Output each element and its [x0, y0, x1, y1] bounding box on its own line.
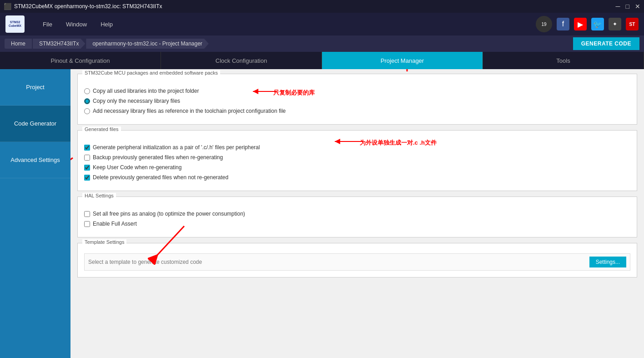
breadcrumb-bar: Home STM32H743IITx openharmony-to-stm32.…	[0, 35, 644, 52]
tab-pinout[interactable]: Pinout & Configuration	[0, 52, 161, 69]
content-area: STM32Cube MCU packages and embedded soft…	[70, 69, 644, 358]
sidebar-item-code-generator[interactable]: Code Generator	[0, 106, 70, 142]
tab-bar: Pinout & Configuration Clock Configurati…	[0, 52, 644, 69]
checkbox-peripheral-init-input[interactable]	[84, 145, 90, 151]
main-layout: Project Code Generator Advanced Settings…	[0, 69, 644, 358]
menu-items: File Window Help	[43, 21, 113, 28]
checkbox-analog-pins-input[interactable]	[84, 211, 90, 217]
hal-settings-panel: HAL Settings Set all free pins as analog…	[77, 197, 637, 237]
settings-button[interactable]: Settings...	[589, 257, 626, 267]
mcu-packages-title: STM32Cube MCU packages and embedded soft…	[82, 70, 220, 76]
menu-bar: STM32 CubeMX File Window Help 19 f ▶ 🐦 ✦…	[0, 13, 644, 35]
title-bar: ⬛ STM32CubeMX openharmony-to-stm32.ioc: …	[0, 0, 644, 13]
mcu-packages-panel: STM32Cube MCU packages and embedded soft…	[77, 74, 637, 125]
svg-line-3	[70, 158, 73, 187]
hal-settings-title: HAL Settings	[82, 193, 116, 198]
mcu-packages-options: Copy all used libraries into the project…	[84, 82, 630, 114]
facebook-icon[interactable]: f	[557, 18, 569, 30]
checkbox-delete-generated-input[interactable]	[84, 175, 90, 181]
template-row: Settings...	[84, 253, 630, 271]
template-settings-panel: Template Settings Settings...	[77, 243, 637, 277]
sidebar: Project Code Generator Advanced Settings	[0, 69, 70, 358]
checkbox-backup-generated-input[interactable]	[84, 155, 90, 161]
checkbox-full-assert-input[interactable]	[84, 221, 90, 227]
checkbox-full-assert[interactable]: Enable Full Assert	[84, 221, 630, 227]
radio-copy-all-input[interactable]	[84, 88, 90, 94]
logo-area: STM32 CubeMX	[5, 15, 25, 33]
tab-project-manager[interactable]: Project Manager	[322, 52, 483, 69]
twitter-icon[interactable]: 🐦	[591, 18, 604, 30]
arrow-code-generator	[70, 156, 75, 192]
radio-copy-all[interactable]: Copy all used libraries into the project…	[84, 88, 630, 94]
title-bar-text: STM32CubeMX openharmony-to-stm32.ioc: ST…	[14, 3, 162, 10]
generate-code-button[interactable]: GENERATE CODE	[573, 37, 639, 50]
tab-clock[interactable]: Clock Configuration	[161, 52, 322, 69]
stm32-logo: STM32 CubeMX	[5, 15, 25, 33]
arrow-project-manager	[393, 69, 421, 74]
youtube-icon[interactable]: ▶	[574, 18, 587, 30]
template-settings-content: Settings...	[84, 248, 630, 271]
menu-file[interactable]: File	[43, 21, 52, 28]
generated-files-panel: Generated files Generate peripheral init…	[77, 130, 637, 191]
generated-files-checkboxes: Generate peripheral initialization as a …	[84, 139, 630, 181]
breadcrumb-home[interactable]: Home	[5, 39, 32, 49]
version-badge: 19	[536, 16, 552, 32]
template-settings-title: Template Settings	[82, 239, 126, 245]
sidebar-item-advanced-settings[interactable]: Advanced Settings	[0, 142, 70, 178]
breadcrumb-project[interactable]: openharmony-to-stm32.ioc - Project Manag…	[86, 39, 208, 49]
sidebar-item-project[interactable]: Project	[0, 69, 70, 106]
generated-files-title: Generated files	[82, 126, 121, 132]
template-input[interactable]	[88, 259, 586, 265]
tab-tools[interactable]: Tools	[483, 52, 644, 69]
radio-add-reference[interactable]: Add necessary library files as reference…	[84, 108, 630, 114]
network-icon[interactable]: ✦	[609, 18, 621, 30]
checkbox-delete-generated[interactable]: Delete previously generated files when n…	[84, 174, 630, 181]
maximize-button[interactable]: □	[626, 3, 629, 10]
radio-copy-necessary[interactable]: Copy only the necessary library files	[84, 98, 630, 104]
checkbox-backup-generated[interactable]: Backup previously generated files when r…	[84, 154, 630, 161]
checkbox-keep-user-code-input[interactable]	[84, 165, 90, 171]
breadcrumb-mcu[interactable]: STM32H743IITx	[33, 39, 85, 49]
hal-settings-checkboxes: Set all free pins as analog (to optimize…	[84, 205, 630, 227]
breadcrumb: Home STM32H743IITx openharmony-to-stm32.…	[5, 39, 210, 49]
checkbox-peripheral-init[interactable]: Generate peripheral initialization as a …	[84, 144, 630, 151]
menu-window[interactable]: Window	[66, 21, 87, 28]
st-icon[interactable]: ST	[626, 18, 639, 30]
checkbox-analog-pins[interactable]: Set all free pins as analog (to optimize…	[84, 211, 630, 217]
checkbox-keep-user-code[interactable]: Keep User Code when re-generating	[84, 164, 630, 171]
minimize-button[interactable]: ─	[616, 3, 620, 10]
radio-copy-necessary-input[interactable]	[84, 98, 90, 104]
close-button[interactable]: ✕	[635, 3, 640, 10]
menu-help[interactable]: Help	[101, 21, 113, 28]
radio-add-reference-input[interactable]	[84, 108, 90, 114]
